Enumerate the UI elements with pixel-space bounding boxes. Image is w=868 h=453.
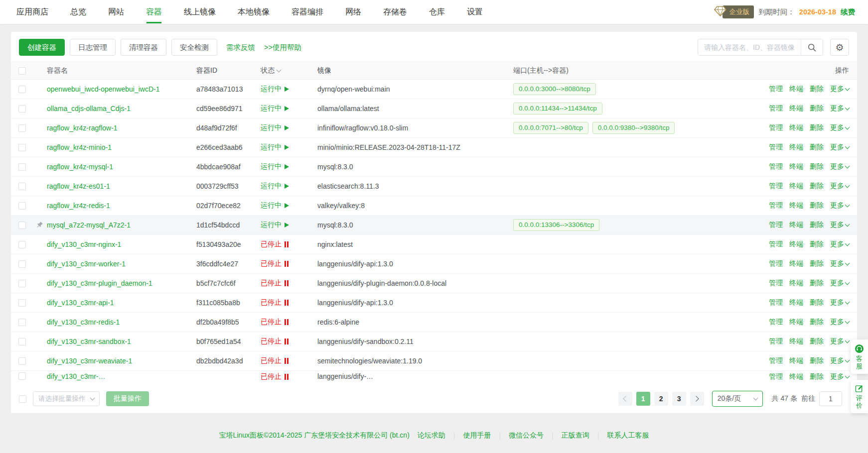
action-delete[interactable]: 删除 [810,240,824,249]
action-delete[interactable]: 删除 [810,221,824,229]
footer-link-4[interactable]: 联系人工客服 [607,431,649,440]
action-terminal[interactable]: 终端 [789,318,803,327]
nav-tab-3[interactable]: 容器 [146,0,162,24]
action-delete[interactable]: 删除 [810,298,824,307]
action-more[interactable]: 更多 [830,162,849,171]
prev-page-button[interactable] [618,392,632,406]
nav-tab-4[interactable]: 线上镜像 [184,0,216,24]
container-name-link[interactable]: dify_v130_c3mr-api-1 [47,299,114,307]
action-delete[interactable]: 删除 [810,259,824,268]
select-all-checkbox[interactable] [18,67,26,75]
row-checkbox[interactable] [18,299,26,307]
nav-tab-5[interactable]: 本地镜像 [238,0,270,24]
batch-apply-button[interactable]: 批量操作 [106,391,149,406]
action-terminal[interactable]: 终端 [789,279,803,288]
action-more[interactable]: 更多 [830,123,849,132]
action-terminal[interactable]: 终端 [789,356,803,365]
log-manage-button[interactable]: 日志管理 [70,39,116,56]
row-checkbox[interactable] [18,183,26,190]
action-more[interactable]: 更多 [830,279,849,288]
action-manage[interactable]: 管理 [769,337,783,346]
clean-container-button[interactable]: 清理容器 [121,39,166,56]
nav-tab-10[interactable]: 设置 [467,0,483,24]
row-checkbox[interactable] [18,202,26,210]
action-delete[interactable]: 删除 [810,337,824,346]
action-manage[interactable]: 管理 [769,279,783,288]
action-delete[interactable]: 删除 [810,104,824,113]
action-terminal[interactable]: 终端 [789,143,803,152]
action-more[interactable]: 更多 [830,85,849,94]
action-terminal[interactable]: 终端 [789,221,803,229]
action-terminal[interactable]: 终端 [789,337,803,346]
page-button-1[interactable]: 1 [636,392,650,406]
action-terminal[interactable]: 终端 [789,259,803,268]
action-manage[interactable]: 管理 [769,104,783,113]
action-more[interactable]: 更多 [830,240,849,249]
container-name-link[interactable]: dify_v130_c3mr-plugin_daemon-1 [47,279,152,287]
security-check-button[interactable]: 安全检测 [171,39,217,56]
action-more[interactable]: 更多 [830,298,849,307]
row-checkbox[interactable] [18,357,26,365]
action-terminal[interactable]: 终端 [789,104,803,113]
page-button-3[interactable]: 3 [672,392,686,406]
container-name-link[interactable]: ragflow_kr4z-redis-1 [47,202,110,210]
row-checkbox[interactable] [18,105,26,113]
action-more[interactable]: 更多 [830,143,849,152]
goto-page-input[interactable] [819,391,842,406]
footer-link-2[interactable]: 微信公众号 [509,431,544,440]
action-delete[interactable]: 删除 [810,162,824,171]
container-name-link[interactable]: dify_v130_c3mr-weaviate-1 [47,357,132,365]
container-name-link[interactable]: dify_v130_c3mr-worker-1 [47,260,126,268]
vip-badge[interactable]: 企业版 [714,5,754,18]
action-more[interactable]: 更多 [830,201,849,210]
action-terminal[interactable]: 终端 [789,372,803,381]
footer-link-1[interactable]: 使用手册 [463,431,491,440]
action-manage[interactable]: 管理 [769,372,783,381]
container-name-link[interactable]: dify_v130_c3mr-sandbox-1 [47,338,131,345]
nav-tab-9[interactable]: 仓库 [429,0,445,24]
action-terminal[interactable]: 终端 [789,240,803,249]
nav-tab-0[interactable]: 应用商店 [16,0,48,24]
page-button-2[interactable]: 2 [654,392,668,406]
action-terminal[interactable]: 终端 [789,162,803,171]
search-input[interactable] [698,39,801,55]
action-manage[interactable]: 管理 [769,143,783,152]
row-checkbox[interactable] [18,241,26,248]
action-delete[interactable]: 删除 [810,201,824,210]
status-filter[interactable]: 状态 [261,66,281,75]
help-link[interactable]: >>使用帮助 [264,43,301,52]
action-more[interactable]: 更多 [830,182,849,191]
action-manage[interactable]: 管理 [769,298,783,307]
container-name-link[interactable]: ragflow_kr4z-es01-1 [47,182,110,190]
container-name-link[interactable]: ollama_cdjs-ollama_Cdjs-1 [47,105,131,113]
row-checkbox[interactable] [18,260,26,268]
batch-action-select[interactable]: 请选择批量操作 [33,391,100,406]
nav-tab-8[interactable]: 存储卷 [383,0,407,24]
action-delete[interactable]: 删除 [810,372,824,381]
next-page-button[interactable] [690,392,704,406]
footer-link-3[interactable]: 正版查询 [562,431,589,440]
action-more[interactable]: 更多 [830,356,849,365]
action-terminal[interactable]: 终端 [789,201,803,210]
container-name-link[interactable]: ragflow_kr4z-minio-1 [47,143,112,151]
action-delete[interactable]: 删除 [810,85,824,94]
nav-tab-1[interactable]: 总览 [70,0,86,24]
action-manage[interactable]: 管理 [769,221,783,229]
action-manage[interactable]: 管理 [769,201,783,210]
action-delete[interactable]: 删除 [810,143,824,152]
container-name-link[interactable]: mysql_a7z2-mysql_A7z2-1 [47,221,131,229]
customer-service-button[interactable]: 客服 [851,340,868,374]
renew-link[interactable]: 续费 [841,7,855,17]
action-terminal[interactable]: 终端 [789,298,803,307]
row-checkbox[interactable] [18,319,26,326]
row-checkbox[interactable] [18,372,26,380]
container-name-link[interactable]: openwebui_iwcd-openwebui_iwcD-1 [47,85,159,93]
action-manage[interactable]: 管理 [769,123,783,132]
action-manage[interactable]: 管理 [769,182,783,191]
search-button[interactable] [801,39,823,55]
container-name-link[interactable]: ragflow_kr4z-mysql-1 [47,163,113,171]
action-manage[interactable]: 管理 [769,356,783,365]
action-more[interactable]: 更多 [830,104,849,113]
page-size-select[interactable]: 20条/页 [712,391,763,407]
batch-select-all-checkbox[interactable] [19,395,26,403]
